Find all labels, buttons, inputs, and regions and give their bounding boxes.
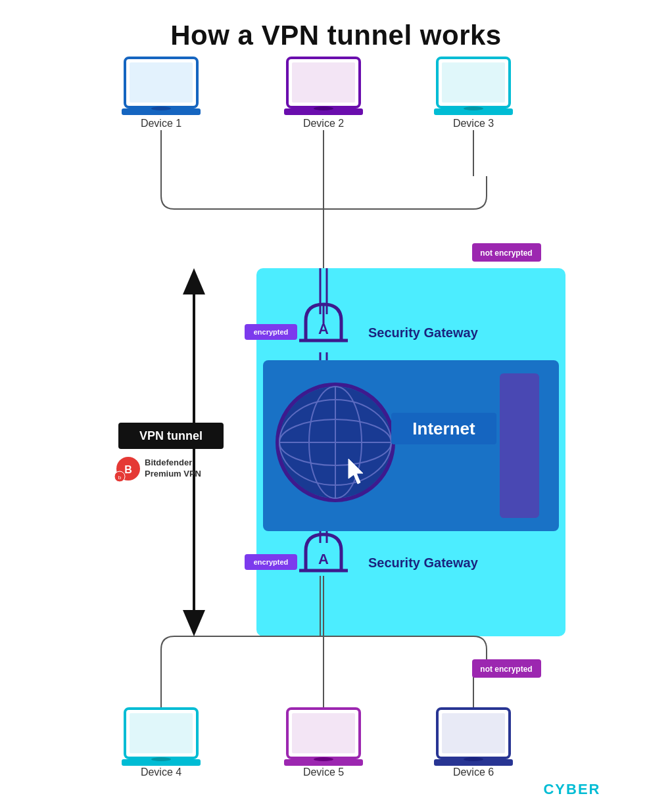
diagram-container: Device 1 Device 2 Device 3 not e xyxy=(0,45,672,787)
svg-point-7 xyxy=(314,106,333,110)
device-2-icon xyxy=(284,58,363,115)
svg-point-3 xyxy=(151,106,171,110)
svg-text:A: A xyxy=(318,321,329,337)
device-4-icon xyxy=(122,709,201,766)
internet-label: Internet xyxy=(412,419,475,438)
svg-rect-9 xyxy=(442,62,505,103)
device-5-label: Device 5 xyxy=(303,766,344,778)
badge-encrypted-bottom: encrypted xyxy=(254,558,289,566)
bitdefender-sub-text: b xyxy=(118,475,122,481)
security-gateway-top-label: Security Gateway xyxy=(368,325,479,340)
bitdefender-b-icon: B xyxy=(124,464,132,475)
device-2-label: Device 2 xyxy=(303,118,344,129)
device-1-label: Device 1 xyxy=(141,118,181,129)
svg-point-28 xyxy=(151,757,171,761)
svg-rect-34 xyxy=(442,713,505,753)
main-diagram: Device 1 Device 2 Device 3 not e xyxy=(0,45,672,798)
device-1-icon xyxy=(122,58,201,115)
device-6-label: Device 6 xyxy=(453,766,494,778)
svg-text:A: A xyxy=(318,551,329,567)
page-title: How a VPN tunnel works xyxy=(0,0,672,51)
badge-not-encrypted-bottom: not encrypted xyxy=(480,665,532,674)
svg-rect-1 xyxy=(130,62,193,103)
vpn-arrow-head-bottom xyxy=(183,610,205,636)
device-4-label: Device 4 xyxy=(141,766,181,778)
bitdefender-name-line1: Bitdefender xyxy=(145,458,192,467)
vpn-arrow-head-top xyxy=(183,268,205,294)
svg-point-11 xyxy=(464,106,483,110)
cyberpedia-logo-line1: CYBER xyxy=(543,781,600,797)
security-gateway-bottom-label: Security Gateway xyxy=(368,555,479,570)
svg-point-32 xyxy=(314,757,333,761)
device-5-icon xyxy=(284,709,363,766)
purple-overlay xyxy=(500,373,539,518)
svg-point-36 xyxy=(464,757,483,761)
device-3-icon xyxy=(434,58,513,115)
device-6-icon xyxy=(434,709,513,766)
device-3-label: Device 3 xyxy=(453,118,494,129)
vpn-tunnel-label: VPN tunnel xyxy=(139,429,203,442)
bitdefender-name-line2: Premium VPN xyxy=(145,469,201,479)
badge-encrypted-top: encrypted xyxy=(254,328,289,336)
svg-rect-30 xyxy=(292,713,355,753)
svg-rect-5 xyxy=(292,62,355,103)
svg-rect-26 xyxy=(130,713,193,753)
badge-not-encrypted-top: not encrypted xyxy=(480,248,532,258)
globe-icon xyxy=(277,385,393,500)
